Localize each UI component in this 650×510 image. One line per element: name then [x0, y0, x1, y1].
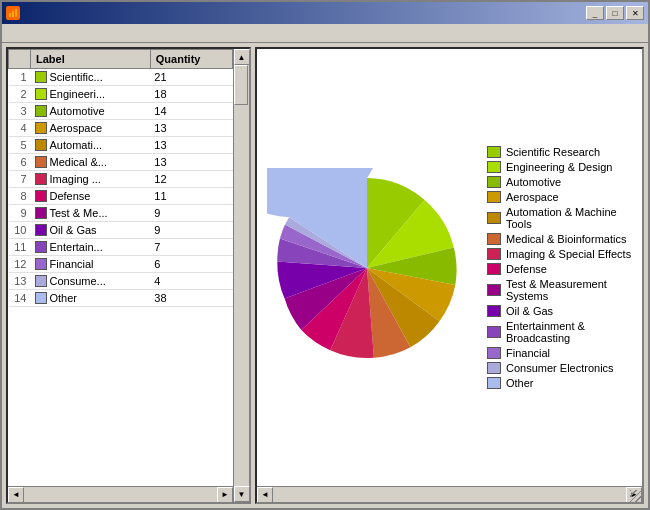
table-row[interactable]: 5 Automati... 13: [9, 137, 233, 154]
row-label-text: Oil & Gas: [50, 224, 97, 236]
legend-swatch: [487, 191, 501, 203]
row-quantity: 11: [150, 188, 232, 205]
close-button[interactable]: ✕: [626, 6, 644, 20]
row-label-text: Medical &...: [50, 156, 107, 168]
table-row[interactable]: 9 Test & Me... 9: [9, 205, 233, 222]
row-label: Scientific...: [31, 69, 151, 86]
right-scroll-left-button[interactable]: ◄: [257, 487, 273, 503]
table-row[interactable]: 1 Scientific... 21: [9, 69, 233, 86]
main-window: _ □ ✕ Label Quantity: [0, 0, 650, 510]
row-number: 1: [9, 69, 31, 86]
row-label: Engineeri...: [31, 86, 151, 103]
maximize-button[interactable]: □: [606, 6, 624, 20]
row-label: Automati...: [31, 137, 151, 154]
table-row[interactable]: 10 Oil & Gas 9: [9, 222, 233, 239]
row-number: 13: [9, 273, 31, 290]
row-label: Consume...: [31, 273, 151, 290]
scroll-left-button[interactable]: ◄: [8, 487, 24, 503]
row-color-swatch: [35, 224, 47, 236]
row-label: Entertain...: [31, 239, 151, 256]
legend-item: Entertainment & Broadcasting: [487, 320, 632, 344]
title-bar-left: [6, 6, 24, 20]
minimize-button[interactable]: _: [586, 6, 604, 20]
legend-item: Other: [487, 377, 632, 389]
row-quantity: 7: [150, 239, 232, 256]
col-header-label: Label: [31, 50, 151, 69]
legend-label: Test & Measurement Systems: [506, 278, 632, 302]
resize-handle: [630, 490, 642, 502]
row-color-swatch: [35, 275, 47, 287]
row-quantity: 13: [150, 120, 232, 137]
row-label-text: Scientific...: [50, 71, 103, 83]
legend-item: Automation & Machine Tools: [487, 206, 632, 230]
app-icon: [6, 6, 20, 20]
legend-label: Engineering & Design: [506, 161, 612, 173]
scroll-up-button[interactable]: ▲: [234, 49, 250, 65]
row-quantity: 38: [150, 290, 232, 307]
row-quantity: 18: [150, 86, 232, 103]
row-color-swatch: [35, 88, 47, 100]
scroll-down-button[interactable]: ▼: [234, 486, 250, 502]
legend-label: Imaging & Special Effects: [506, 248, 631, 260]
row-label-text: Test & Me...: [50, 207, 108, 219]
table-inner: Label Quantity 1 Scientific... 21 2: [8, 49, 233, 486]
row-number: 9: [9, 205, 31, 222]
table-row[interactable]: 11 Entertain... 7: [9, 239, 233, 256]
row-number: 10: [9, 222, 31, 239]
table-row[interactable]: 2 Engineeri... 18: [9, 86, 233, 103]
row-label: Defense: [31, 188, 151, 205]
table-row[interactable]: 3 Automotive 14: [9, 103, 233, 120]
legend-label: Automation & Machine Tools: [506, 206, 632, 230]
legend-swatch: [487, 326, 501, 338]
pie-chart: [267, 168, 467, 368]
table-header-row: Label Quantity: [9, 50, 233, 69]
legend-item: Scientific Research: [487, 146, 632, 158]
row-label-text: Defense: [50, 190, 91, 202]
row-label-text: Automati...: [50, 139, 103, 151]
legend-item: Test & Measurement Systems: [487, 278, 632, 302]
row-label-text: Aerospace: [50, 122, 103, 134]
vertical-scrollbar: ▲ ▼: [233, 49, 249, 502]
legend-label: Aerospace: [506, 191, 559, 203]
row-quantity: 21: [150, 69, 232, 86]
table-row[interactable]: 6 Medical &... 13: [9, 154, 233, 171]
row-quantity: 9: [150, 205, 232, 222]
row-number: 3: [9, 103, 31, 120]
row-label: Automotive: [31, 103, 151, 120]
row-color-swatch: [35, 71, 47, 83]
legend-item: Oil & Gas: [487, 305, 632, 317]
right-horizontal-scroll-track[interactable]: [273, 487, 626, 502]
legend-label: Defense: [506, 263, 547, 275]
vertical-scroll-track[interactable]: [234, 65, 249, 486]
table-row[interactable]: 7 Imaging ... 12: [9, 171, 233, 188]
horizontal-scroll-track[interactable]: [24, 487, 217, 502]
legend-item: Medical & Bioinformatics: [487, 233, 632, 245]
legend-label: Oil & Gas: [506, 305, 553, 317]
vertical-scroll-thumb[interactable]: [234, 65, 248, 105]
row-quantity: 13: [150, 137, 232, 154]
legend-item: Engineering & Design: [487, 161, 632, 173]
row-label-text: Other: [50, 292, 78, 304]
pie-chart-svg: [267, 168, 467, 368]
row-color-swatch: [35, 173, 47, 185]
legend-swatch: [487, 263, 501, 275]
table-row[interactable]: 8 Defense 11: [9, 188, 233, 205]
table-row[interactable]: 13 Consume... 4: [9, 273, 233, 290]
row-color-swatch: [35, 241, 47, 253]
table-row[interactable]: 4 Aerospace 13: [9, 120, 233, 137]
right-horizontal-scrollbar: ◄ ►: [257, 486, 642, 502]
table-row[interactable]: 14 Other 38: [9, 290, 233, 307]
legend-label: Automotive: [506, 176, 561, 188]
scroll-right-button[interactable]: ►: [217, 487, 233, 503]
row-label-text: Financial: [50, 258, 94, 270]
row-number: 8: [9, 188, 31, 205]
table-row[interactable]: 12 Financial 6: [9, 256, 233, 273]
menu-file[interactable]: [10, 25, 18, 41]
legend-swatch: [487, 377, 501, 389]
row-label: Oil & Gas: [31, 222, 151, 239]
legend-item: Defense: [487, 263, 632, 275]
legend-item: Aerospace: [487, 191, 632, 203]
row-label: Financial: [31, 256, 151, 273]
row-label: Test & Me...: [31, 205, 151, 222]
row-label-text: Consume...: [50, 275, 106, 287]
